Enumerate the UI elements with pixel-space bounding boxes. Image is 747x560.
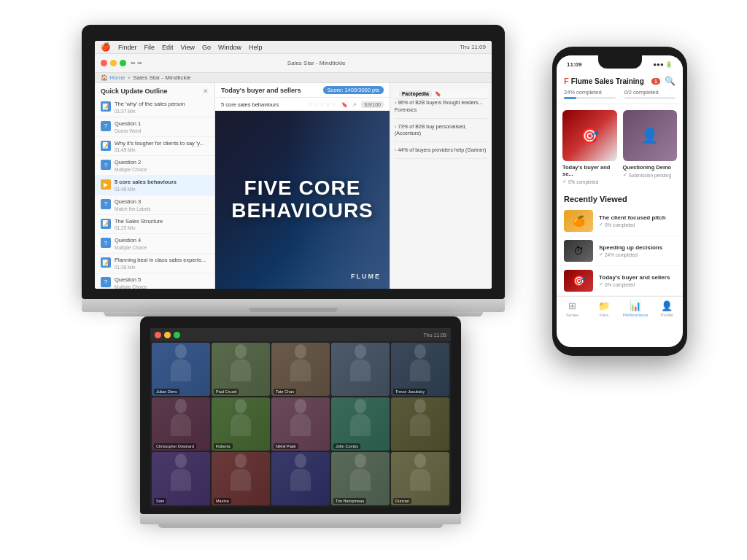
bookmark-icon[interactable]: 🔖 <box>341 102 348 108</box>
menu-go[interactable]: Go <box>202 44 211 51</box>
item-icon: ? <box>101 277 111 287</box>
phone-app-header: F Flume Sales Training 1 🔍 24% completed <box>557 73 683 104</box>
rv-text-1: The client focused pitch ✓0% completed <box>599 214 666 228</box>
sidebar-item[interactable]: ? Question 4Multiple Choice <box>95 234 214 254</box>
rv-text-3: Today's buyer and sellers ✓0% completed <box>599 274 670 287</box>
modules-label: 0/2 completed <box>624 89 659 96</box>
video-cell: Tim Heropmeau <box>331 452 390 505</box>
video-cell <box>331 343 390 396</box>
video-cell: Maxine <box>212 452 270 505</box>
sidebar-item[interactable]: 📝 The 'why' of the sales person01:37 Min <box>95 98 214 117</box>
app-name-label: Flume Sales Training <box>571 77 644 85</box>
video-cell: Tate Chan <box>271 343 330 396</box>
browser-url[interactable]: Sales Star - Mindtickle <box>147 60 486 66</box>
share-icon[interactable]: ↗ <box>352 102 357 108</box>
laptop-small-base <box>140 514 461 524</box>
search-icon[interactable]: 🔍 <box>665 76 676 86</box>
factopedia-header: Factopedia 🔖 <box>395 89 487 99</box>
item-icon: ? <box>101 121 111 131</box>
phone-card-2[interactable]: 👤 Questioning Demo ✓ Submission pending <box>623 110 678 184</box>
hero-heading: FIVE CORE BEHAVIOURS <box>215 177 390 222</box>
video-cell: Sam <box>152 452 210 505</box>
sidebar-item[interactable]: ? Question 5Multiple Choice <box>95 273 214 289</box>
item-icon: 📝 <box>101 101 111 112</box>
score-badge: Score: 1409/3000 pts <box>323 86 384 94</box>
breadcrumb: 🏠 Home › Sales Star - Mindtickle <box>95 73 492 83</box>
item-icon: ? <box>101 160 111 170</box>
close-btn-small[interactable] <box>155 332 161 338</box>
phone-screen: 11:09 ●●● 🔋 F Flume Sales Training 1 🔍 <box>557 55 683 347</box>
check-icon-1: ✓ <box>562 179 567 184</box>
main-top-bar: Today's buyer and sellers Score: 1409/30… <box>215 83 390 98</box>
minimize-button[interactable] <box>110 60 117 66</box>
tab-files[interactable]: 📁 Files <box>588 300 619 317</box>
rv-item-2[interactable]: ⏱ Speeding up decisions ✓24% completed <box>557 236 683 266</box>
item-icon: 📝 <box>101 257 111 268</box>
min-btn-small[interactable] <box>164 332 171 338</box>
home-link[interactable]: 🏠 Home <box>101 74 125 81</box>
laptop-small-screen: Thu 11:09 Julian Diers Paul Cruzel Tate … <box>150 328 451 507</box>
mac-menubar-large: 🍎 Finder File Edit View Go Window Help T… <box>95 41 492 54</box>
item-icon: ? <box>101 238 111 248</box>
menu-view[interactable]: View <box>181 44 195 51</box>
series-icon: ⊞ <box>568 300 576 311</box>
phone-card-1[interactable]: 🎯 Today's buyer and se... ✓ 0% completed <box>562 110 617 184</box>
rv-item-3[interactable]: 🎯 Today's buyer and sellers ✓0% complete… <box>557 266 683 296</box>
sidebar-item[interactable]: 📝 Planning best in class sales experie..… <box>95 254 214 273</box>
max-btn-small[interactable] <box>174 332 180 338</box>
sidebar-item[interactable]: 📝 Why it's tougher for clients to say 'y… <box>95 137 214 157</box>
close-button[interactable] <box>101 60 107 66</box>
phone-tab-bar: ⊞ Series 📁 Files 📊 Performance 👤 Profile <box>557 296 683 323</box>
fact-item-1: • 96% of B2B buyers thought leaders... F… <box>395 99 487 119</box>
files-icon: 📁 <box>598 300 610 311</box>
menu-help[interactable]: Help <box>249 44 263 51</box>
tab-series[interactable]: ⊞ Series <box>557 300 588 317</box>
video-grid: Julian Diers Paul Cruzel Tate Chan <box>150 341 451 507</box>
menu-finder[interactable]: Finder <box>118 44 137 51</box>
content-title-bar: 5 core sales behaviours ☆☆☆☆☆ 🔖 ↗ SS/100 <box>215 98 390 111</box>
progress-row: 24% completed 0/2 completed <box>564 89 676 99</box>
video-cell: Trevor Jasuksby <box>391 343 449 396</box>
right-panel: Factopedia 🔖 • 96% of B2B buyers thought… <box>390 83 492 289</box>
sidebar-item[interactable]: ? Question 1Guess Word <box>95 117 214 137</box>
target-image: 🎯 <box>562 110 617 161</box>
flume-logo: FLUME <box>351 273 381 280</box>
phone-time: 11:09 <box>567 61 581 68</box>
video-cell <box>391 397 449 451</box>
mac-toolbar-large: ⬅ ➡ Sales Star - Mindtickle <box>95 54 492 73</box>
video-cell: Paul Cruzel <box>212 343 270 396</box>
menu-file[interactable]: File <box>144 44 155 51</box>
person-image: 👤 <box>623 110 678 161</box>
completed-percent-label: 24% completed <box>564 89 602 96</box>
star-rating[interactable]: ☆☆☆☆☆ <box>308 101 337 108</box>
menu-window[interactable]: Window <box>218 44 241 51</box>
video-cell: Duncan <box>391 452 449 505</box>
rv-text-2: Speeding up decisions ✓24% completed <box>599 244 662 257</box>
item-icon-active: ▶ <box>101 179 111 190</box>
menu-edit[interactable]: Edit <box>162 44 174 51</box>
check-icon-2: ✓ <box>623 172 627 178</box>
sidebar-item[interactable]: 📝 The Sales Structure01:25 Min <box>95 215 214 235</box>
card-sub-2: ✓ Submission pending <box>623 172 678 178</box>
laptop-large-screen: 🍎 Finder File Edit View Go Window Help T… <box>95 41 492 289</box>
rv-item-1[interactable]: 🍊 The client focused pitch ✓0% completed <box>557 206 683 236</box>
tab-performance[interactable]: 📊 Performance <box>620 300 651 317</box>
tab-profile[interactable]: 👤 Profile <box>651 300 683 317</box>
sidebar-item-active[interactable]: ▶ 5 core sales behaviours01:46 Min <box>95 176 214 195</box>
laptop-large-base <box>82 299 505 312</box>
rv-thumb-3: 🎯 <box>564 270 593 292</box>
sidebar-close-button[interactable]: ✕ <box>203 88 209 95</box>
phone-body: 11:09 ●●● 🔋 F Flume Sales Training 1 🔍 <box>552 47 687 356</box>
sidebar-item[interactable]: ? Question 3Match the Labels <box>95 195 214 215</box>
progress-fill <box>564 97 576 99</box>
time-display: Thu 11:09 <box>423 332 446 338</box>
traffic-lights <box>101 60 126 66</box>
phone-status-icons: ●●● 🔋 <box>653 61 673 68</box>
fact-item-2: • 73% of B2B buy personalised, (Accentur… <box>395 123 487 143</box>
sidebar-item[interactable]: ? Question 2Multiple Choice <box>95 156 214 176</box>
content-title: 5 core sales behaviours <box>221 101 279 108</box>
laptop-small-bezel: Thu 11:09 Julian Diers Paul Cruzel Tate … <box>140 316 461 514</box>
breadcrumb-path: Sales Star - Mindtickle <box>133 74 191 81</box>
factopedia-icon: 🔖 <box>435 91 441 97</box>
maximize-button[interactable] <box>120 60 126 66</box>
